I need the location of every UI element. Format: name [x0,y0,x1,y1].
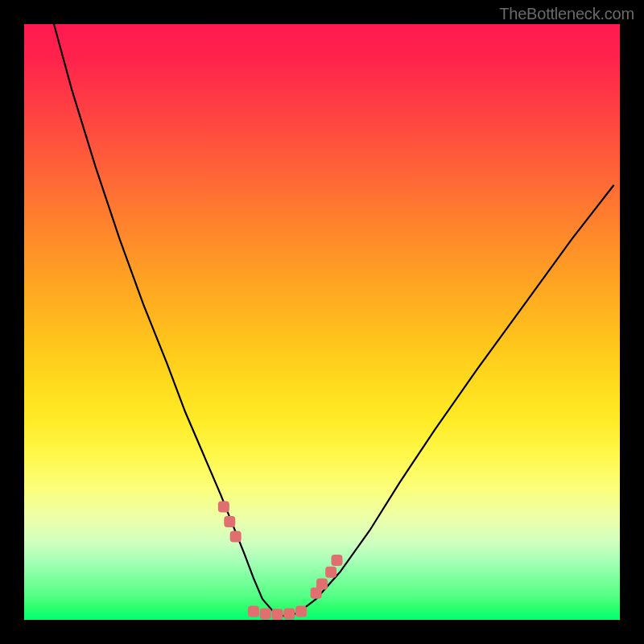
marker-dot [218,501,229,512]
chart-frame: TheBottleneck.com [0,0,644,644]
plot-area [24,24,620,620]
marker-dot [224,516,235,527]
data-markers [218,501,343,620]
marker-dot [248,606,259,617]
bottleneck-curve [54,24,614,617]
marker-dot [283,609,295,620]
chart-svg [24,24,620,620]
marker-dot [325,567,336,578]
marker-dot [332,555,343,566]
marker-dot [316,579,328,590]
marker-dot [230,530,242,542]
marker-dot [295,606,307,617]
marker-dot [272,609,283,620]
watermark-text: TheBottleneck.com [499,5,634,23]
marker-dot [260,609,271,620]
